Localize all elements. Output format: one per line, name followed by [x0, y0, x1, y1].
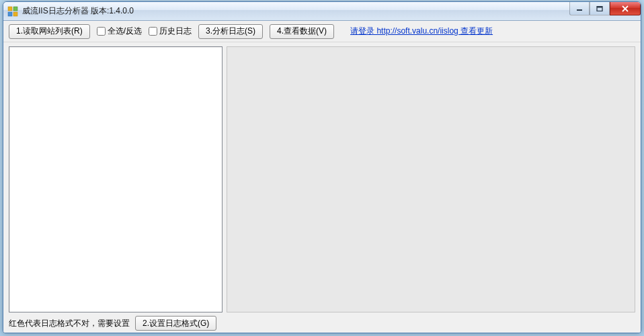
svg-rect-4: [577, 9, 582, 11]
select-all-checkbox[interactable]: [97, 27, 106, 36]
content-area: [3, 42, 641, 314]
svg-rect-0: [8, 7, 12, 11]
site-list[interactable]: [9, 46, 223, 312]
maximize-button[interactable]: [590, 2, 610, 15]
view-data-button[interactable]: 4.查看数据(V): [270, 24, 334, 39]
footer-hint: 红色代表日志格式不对，需要设置: [9, 318, 130, 329]
svg-rect-1: [13, 7, 17, 11]
window-controls: [569, 2, 641, 15]
toolbar: 1.读取网站列表(R) 全选/反选 历史日志 3.分析日志(S) 4.查看数据(…: [3, 21, 641, 42]
history-log-label: 历史日志: [159, 26, 192, 37]
titlebar[interactable]: 威流IIS日志分析器 版本:1.4.0.0: [3, 2, 641, 21]
minimize-button[interactable]: [569, 2, 590, 15]
app-icon: [7, 6, 18, 17]
set-log-format-button[interactable]: 2.设置日志格式(G): [135, 316, 216, 331]
history-log-checkbox-wrap[interactable]: 历史日志: [149, 26, 192, 37]
footer: 红色代表日志格式不对，需要设置 2.设置日志格式(G): [3, 314, 641, 333]
app-window: 威流IIS日志分析器 版本:1.4.0.0 1.读取网站列表(R) 全选/反选 …: [3, 1, 641, 333]
update-link[interactable]: 请登录 http://soft.valu.cn/iislog 查看更新: [350, 26, 493, 37]
analyze-button[interactable]: 3.分析日志(S): [198, 24, 263, 39]
svg-rect-6: [597, 6, 602, 7]
read-sites-button[interactable]: 1.读取网站列表(R): [9, 24, 90, 39]
select-all-checkbox-wrap[interactable]: 全选/反选: [97, 26, 142, 37]
left-panel: [9, 46, 223, 312]
history-log-checkbox[interactable]: [149, 27, 157, 36]
svg-rect-3: [13, 12, 17, 16]
result-panel[interactable]: [227, 46, 635, 312]
svg-rect-2: [8, 12, 12, 16]
window-title: 威流IIS日志分析器 版本:1.4.0.0: [22, 5, 134, 17]
close-button[interactable]: [610, 2, 641, 15]
select-all-label: 全选/反选: [108, 26, 142, 37]
